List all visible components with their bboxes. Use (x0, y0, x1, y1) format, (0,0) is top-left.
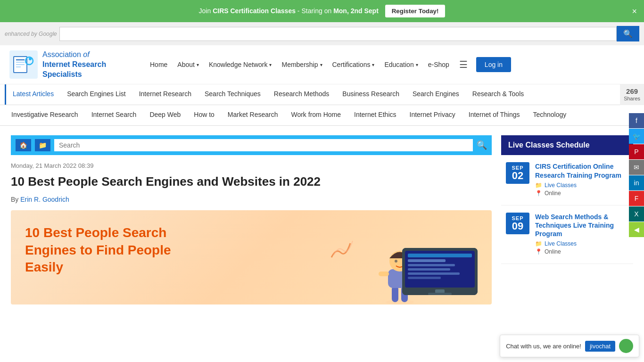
tab-search-techniques[interactable]: Search Techniques (198, 84, 267, 105)
tab-research-methods[interactable]: Research Methods (267, 84, 336, 105)
author-link[interactable]: Erin R. Goodrich (20, 196, 69, 203)
svg-rect-13 (379, 272, 389, 276)
social-email-button[interactable]: ✉ (629, 160, 644, 175)
svg-point-8 (29, 58, 32, 60)
svg-rect-20 (408, 254, 472, 257)
article-search-input[interactable] (54, 139, 473, 151)
main-content: 🏠 📁 🔍 Monday, 21 March 2022 08:39 10 Bes… (6, 135, 638, 304)
tab-business-research[interactable]: Business Research (336, 84, 406, 105)
nav-education[interactable]: Education ▾ (380, 58, 421, 71)
logo-icon (9, 50, 38, 79)
article-image: 10 Best People Search Engines to Find Pe… (11, 210, 492, 304)
nav-about[interactable]: About ▾ (173, 58, 203, 71)
svg-rect-25 (408, 277, 441, 279)
social-xing-button[interactable]: X (629, 206, 644, 222)
register-button[interactable]: Register Today! (385, 5, 446, 17)
social-facebook-button[interactable]: f (629, 113, 644, 128)
social-twitter-button[interactable]: 🐦 (629, 129, 644, 144)
tab-work-from-home[interactable]: Work from Home (284, 105, 347, 125)
social-sharethis-button[interactable]: ◀ (629, 222, 644, 237)
tab-internet-search[interactable]: Internet Search (85, 105, 143, 125)
tab-internet-ethics[interactable]: Internet Ethics (347, 105, 403, 125)
article-image-title: 10 Best People Search Engines to Find Pe… (25, 224, 190, 276)
social-sidebar: f 🐦 P ✉ in F X ◀ (629, 113, 644, 238)
svg-rect-21 (408, 259, 446, 262)
article-area: 🏠 📁 🔍 Monday, 21 March 2022 08:39 10 Bes… (11, 135, 492, 304)
article-title: 10 Best People Search Engines and Websit… (11, 174, 492, 190)
wave-decoration (327, 224, 355, 262)
nav-certifications[interactable]: Certifications ▾ (329, 58, 379, 71)
nav-knowledge-network[interactable]: Knowledge Network ▾ (205, 58, 276, 71)
top-banner: Join CIRS Certification Classes - Starin… (0, 0, 644, 22)
article-illustration-device (402, 248, 478, 295)
main-nav: Home About ▾ Knowledge Network ▾ Members… (146, 57, 635, 73)
nav-home[interactable]: Home (146, 58, 171, 71)
tab-market-research[interactable]: Market Research (221, 105, 285, 125)
tabs-row2: Investigative Research Internet Search D… (0, 105, 644, 126)
tab-investigative-research[interactable]: Investigative Research (5, 105, 85, 125)
search-button[interactable]: 🔍 (617, 26, 639, 41)
svg-point-9 (386, 300, 414, 304)
logo-area: Association of Internet Research Special… (9, 50, 132, 79)
svg-rect-23 (408, 268, 450, 271)
tab-deep-web[interactable]: Deep Web (143, 105, 187, 125)
hamburger-menu[interactable]: ☰ (455, 57, 471, 73)
social-flipboard-button[interactable]: F (629, 191, 644, 206)
home-icon-button[interactable]: 🏠 (16, 139, 31, 151)
svg-rect-27 (428, 293, 452, 295)
shares-badge: 269 Shares (620, 84, 644, 105)
svg-rect-24 (408, 272, 460, 275)
tab-research-tools[interactable]: Research & Tools (466, 84, 530, 105)
sidebar: Live Classes Schedule SEP 02 CIRS Certif… (501, 135, 633, 304)
sidebar-header: Live Classes Schedule (501, 135, 633, 155)
schedule-item-2: SEP 09 Web Search Methods & Techniques L… (501, 206, 633, 264)
tab-search-engines-list[interactable]: Search Engines List (60, 84, 132, 105)
login-button[interactable]: Log in (476, 57, 511, 72)
banner-close-button[interactable]: × (632, 6, 637, 16)
tab-how-to[interactable]: How to (187, 105, 221, 125)
svg-rect-10 (392, 286, 398, 302)
event-category-2: 📁 Live Classes (535, 240, 628, 247)
tab-technology[interactable]: Technology (526, 105, 573, 125)
tabs-row1: Latest Articles Search Engines List Inte… (0, 84, 644, 105)
tab-internet-privacy[interactable]: Internet Privacy (403, 105, 462, 125)
social-linkedin-button[interactable]: in (629, 175, 644, 190)
social-pinterest-button[interactable]: P (629, 144, 644, 159)
logo-text: Association of Internet Research Special… (42, 50, 106, 79)
article-search-bar: 🏠 📁 🔍 (11, 135, 492, 155)
schedule-info-2: Web Search Methods & Techniques Live Tra… (535, 213, 628, 257)
article-search-button[interactable]: 🔍 (477, 140, 487, 150)
search-input[interactable] (59, 27, 617, 41)
tab-internet-research[interactable]: Internet Research (132, 84, 198, 105)
event-category-1: 📁 Live Classes (535, 182, 628, 189)
schedule-date-1: SEP 02 (506, 162, 529, 184)
live-classes-section: Live Classes Schedule SEP 02 CIRS Certif… (501, 135, 633, 264)
event-location-1: 📍 Online (535, 190, 628, 197)
event-title-2[interactable]: Web Search Methods & Techniques Live Tra… (535, 213, 628, 239)
site-header: Association of Internet Research Special… (0, 45, 644, 84)
event-location-2: 📍 Online (535, 248, 628, 255)
tab-latest-articles[interactable]: Latest Articles (5, 84, 60, 105)
svg-rect-22 (408, 264, 455, 266)
tab-internet-of-things[interactable]: Internet of Things (462, 105, 527, 125)
schedule-date-2: SEP 09 (506, 213, 529, 234)
folder-icon-button[interactable]: 📁 (35, 139, 50, 151)
event-title-1[interactable]: CIRS Certification Online Research Train… (535, 162, 628, 179)
schedule-info-1: CIRS Certification Online Research Train… (535, 162, 628, 197)
schedule-item-1: SEP 02 CIRS Certification Online Researc… (501, 155, 633, 205)
nav-eshop[interactable]: e-Shop (424, 58, 453, 71)
svg-rect-26 (435, 289, 445, 293)
article-author: By Erin R. Goodrich (11, 196, 492, 203)
tab-search-engines[interactable]: Search Engines (406, 84, 466, 105)
banner-text: Join CIRS Certification Classes - Starin… (199, 7, 379, 15)
enhanced-by-label: enhanced by Google (5, 31, 57, 37)
tabs-wrapper: Latest Articles Search Engines List Inte… (0, 84, 644, 126)
svg-point-16 (395, 260, 397, 263)
article-date: Monday, 21 March 2022 08:39 (11, 162, 492, 169)
google-search-bar: enhanced by Google 🔍 (0, 22, 644, 45)
nav-membership[interactable]: Membership ▾ (278, 58, 326, 71)
